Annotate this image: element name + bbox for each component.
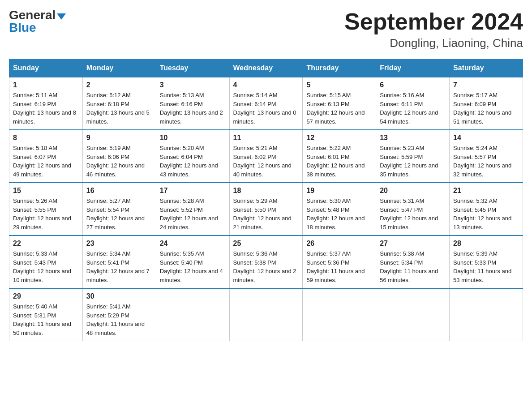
calendar-header-row: Sunday Monday Tuesday Wednesday Thursday… [9,60,523,77]
col-thursday: Thursday [303,60,376,77]
table-row: 15 Sunrise: 5:26 AMSunset: 5:55 PMDaylig… [9,183,83,235]
table-row: 3 Sunrise: 5:13 AMSunset: 6:16 PMDayligh… [156,77,229,130]
table-row: 12 Sunrise: 5:22 AMSunset: 6:01 PMDaylig… [303,130,376,183]
day-info: Sunrise: 5:31 AMSunset: 5:47 PMDaylight:… [380,197,438,231]
day-number: 23 [86,240,152,248]
table-row: 26 Sunrise: 5:37 AMSunset: 5:36 PMDaylig… [303,235,376,288]
day-number: 8 [13,134,79,142]
table-row: 10 Sunrise: 5:20 AMSunset: 6:04 PMDaylig… [156,130,229,183]
month-title: September 2024 [344,9,523,34]
calendar-row-4: 22 Sunrise: 5:33 AMSunset: 5:43 PMDaylig… [9,235,523,288]
table-row: 11 Sunrise: 5:21 AMSunset: 6:02 PMDaylig… [229,130,303,183]
day-number: 12 [306,134,372,142]
day-number: 15 [13,187,79,195]
col-friday: Friday [376,60,450,77]
logo-blue-text: Blue [9,21,36,34]
location-title: Dongling, Liaoning, China [344,36,523,50]
col-wednesday: Wednesday [229,60,303,77]
calendar-row-3: 15 Sunrise: 5:26 AMSunset: 5:55 PMDaylig… [9,183,523,235]
table-row: 1 Sunrise: 5:11 AMSunset: 6:19 PMDayligh… [9,77,83,130]
day-info: Sunrise: 5:13 AMSunset: 6:16 PMDaylight:… [160,92,223,125]
day-number: 6 [380,81,446,89]
day-number: 18 [233,187,299,195]
day-info: Sunrise: 5:40 AMSunset: 5:31 PMDaylight:… [13,303,71,336]
day-number: 5 [306,81,372,89]
day-info: Sunrise: 5:41 AMSunset: 5:29 PMDaylight:… [86,303,145,336]
day-number: 26 [306,240,372,248]
day-number: 21 [453,187,519,195]
day-number: 14 [453,134,519,142]
day-info: Sunrise: 5:19 AMSunset: 6:06 PMDaylight:… [86,145,145,178]
day-number: 19 [306,187,372,195]
table-row: 23 Sunrise: 5:34 AMSunset: 5:41 PMDaylig… [82,235,156,288]
day-number: 4 [233,81,299,89]
day-info: Sunrise: 5:28 AMSunset: 5:52 PMDaylight:… [160,197,218,231]
table-row: 25 Sunrise: 5:36 AMSunset: 5:38 PMDaylig… [229,235,303,288]
calendar-row-5: 29 Sunrise: 5:40 AMSunset: 5:31 PMDaylig… [9,288,523,341]
table-row [303,288,376,341]
table-row: 29 Sunrise: 5:40 AMSunset: 5:31 PMDaylig… [9,288,83,341]
table-row: 19 Sunrise: 5:30 AMSunset: 5:48 PMDaylig… [303,183,376,235]
col-monday: Monday [82,60,156,77]
table-row: 24 Sunrise: 5:35 AMSunset: 5:40 PMDaylig… [156,235,229,288]
table-row [156,288,229,341]
day-number: 20 [380,187,446,195]
day-number: 9 [86,134,152,142]
logo: General Blue [9,9,66,34]
day-info: Sunrise: 5:34 AMSunset: 5:41 PMDaylight:… [86,250,150,283]
logo-general-text: General [9,9,56,21]
day-info: Sunrise: 5:11 AMSunset: 6:19 PMDaylight:… [13,92,76,125]
day-info: Sunrise: 5:14 AMSunset: 6:14 PMDaylight:… [233,92,296,125]
table-row: 14 Sunrise: 5:24 AMSunset: 5:57 PMDaylig… [450,130,523,183]
calendar-table: Sunday Monday Tuesday Wednesday Thursday… [9,59,523,341]
day-number: 7 [453,81,519,89]
table-row: 9 Sunrise: 5:19 AMSunset: 6:06 PMDayligh… [82,130,156,183]
day-info: Sunrise: 5:33 AMSunset: 5:43 PMDaylight:… [13,250,71,283]
day-number: 30 [86,292,152,300]
day-info: Sunrise: 5:20 AMSunset: 6:04 PMDaylight:… [160,145,218,178]
day-info: Sunrise: 5:12 AMSunset: 6:18 PMDaylight:… [86,92,150,125]
day-info: Sunrise: 5:18 AMSunset: 6:07 PMDaylight:… [13,145,71,178]
col-saturday: Saturday [450,60,523,77]
day-number: 2 [86,81,152,89]
day-number: 11 [233,134,299,142]
title-block: September 2024 Dongling, Liaoning, China [344,9,523,50]
day-info: Sunrise: 5:36 AMSunset: 5:38 PMDaylight:… [233,250,296,283]
day-info: Sunrise: 5:16 AMSunset: 6:11 PMDaylight:… [380,92,438,125]
table-row: 28 Sunrise: 5:39 AMSunset: 5:33 PMDaylig… [450,235,523,288]
day-number: 24 [160,240,226,248]
day-info: Sunrise: 5:26 AMSunset: 5:55 PMDaylight:… [13,197,71,231]
page-header: General Blue September 2024 Dongling, Li… [9,9,523,50]
col-tuesday: Tuesday [156,60,229,77]
table-row: 2 Sunrise: 5:12 AMSunset: 6:18 PMDayligh… [82,77,156,130]
day-number: 13 [380,134,446,142]
col-sunday: Sunday [9,60,83,77]
day-info: Sunrise: 5:21 AMSunset: 6:02 PMDaylight:… [233,145,292,178]
table-row: 4 Sunrise: 5:14 AMSunset: 6:14 PMDayligh… [229,77,303,130]
table-row: 17 Sunrise: 5:28 AMSunset: 5:52 PMDaylig… [156,183,229,235]
table-row: 7 Sunrise: 5:17 AMSunset: 6:09 PMDayligh… [450,77,523,130]
calendar-row-2: 8 Sunrise: 5:18 AMSunset: 6:07 PMDayligh… [9,130,523,183]
table-row: 18 Sunrise: 5:29 AMSunset: 5:50 PMDaylig… [229,183,303,235]
logo-triangle-icon [57,13,66,20]
table-row: 20 Sunrise: 5:31 AMSunset: 5:47 PMDaylig… [376,183,450,235]
day-info: Sunrise: 5:17 AMSunset: 6:09 PMDaylight:… [453,92,511,125]
table-row: 13 Sunrise: 5:23 AMSunset: 5:59 PMDaylig… [376,130,450,183]
table-row [229,288,303,341]
day-info: Sunrise: 5:27 AMSunset: 5:54 PMDaylight:… [86,197,145,231]
day-info: Sunrise: 5:22 AMSunset: 6:01 PMDaylight:… [306,145,365,178]
day-info: Sunrise: 5:35 AMSunset: 5:40 PMDaylight:… [160,250,223,283]
table-row: 5 Sunrise: 5:15 AMSunset: 6:13 PMDayligh… [303,77,376,130]
day-info: Sunrise: 5:29 AMSunset: 5:50 PMDaylight:… [233,197,292,231]
day-number: 27 [380,240,446,248]
day-number: 25 [233,240,299,248]
day-number: 3 [160,81,226,89]
table-row: 30 Sunrise: 5:41 AMSunset: 5:29 PMDaylig… [82,288,156,341]
day-number: 22 [13,240,79,248]
table-row [376,288,450,341]
table-row: 16 Sunrise: 5:27 AMSunset: 5:54 PMDaylig… [82,183,156,235]
day-info: Sunrise: 5:24 AMSunset: 5:57 PMDaylight:… [453,145,511,178]
day-info: Sunrise: 5:37 AMSunset: 5:36 PMDaylight:… [306,250,365,283]
day-info: Sunrise: 5:39 AMSunset: 5:33 PMDaylight:… [453,250,511,283]
day-number: 28 [453,240,519,248]
